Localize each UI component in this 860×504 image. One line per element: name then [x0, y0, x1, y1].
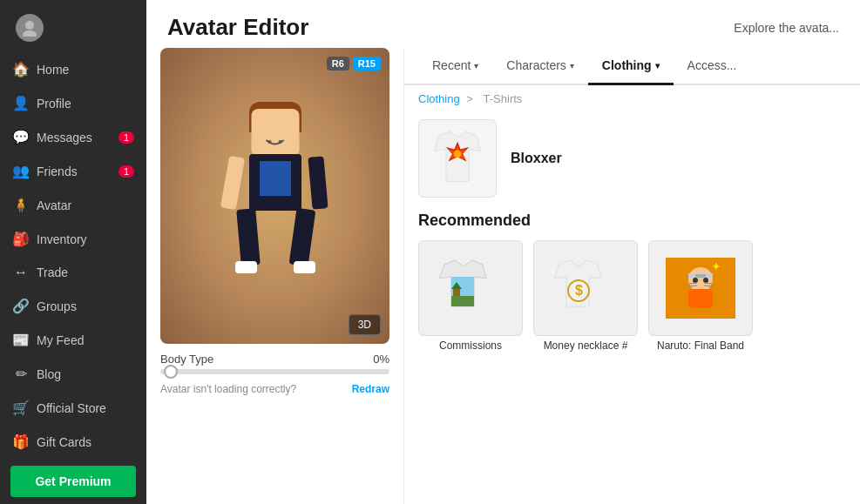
- tab-nav: Recent Characters Clothing Access...: [404, 48, 860, 85]
- body-type-label-row: Body Type 0%: [160, 353, 389, 366]
- body-type-percent: 0%: [373, 353, 389, 366]
- sidebar-item-home[interactable]: 🏠 Home: [0, 52, 146, 86]
- sidebar-item-label: Groups: [37, 299, 77, 313]
- tab-clothing[interactable]: Clothing: [588, 48, 674, 85]
- breadcrumb-separator: >: [466, 92, 473, 105]
- store-icon: 🛒: [12, 400, 30, 416]
- svg-point-3: [279, 140, 282, 144]
- avatar-torso-inner: [260, 161, 291, 196]
- sidebar-item-label: Friends: [37, 165, 78, 178]
- body-type-slider-thumb[interactable]: [164, 365, 178, 379]
- recommended-title: Recommended: [418, 212, 846, 230]
- messages-badge: 1: [119, 131, 134, 144]
- rec-item-name: Commissions: [418, 339, 523, 352]
- avatar-torso: [249, 154, 301, 211]
- avatar-right-leg: [288, 208, 315, 266]
- avatar[interactable]: [16, 14, 44, 42]
- svg-point-0: [25, 21, 34, 30]
- friends-icon: 👥: [12, 163, 30, 179]
- page-header: Avatar Editor Explore the avata...: [146, 0, 860, 48]
- breadcrumb-current: T-Shirts: [484, 92, 523, 105]
- sidebar-item-blog[interactable]: ✏ Blog: [0, 357, 146, 391]
- body-type-slider-track[interactable]: [160, 369, 389, 374]
- sidebar-user-header: [0, 0, 146, 52]
- sidebar-item-label: Trade: [37, 265, 68, 279]
- svg-rect-10: [451, 296, 474, 306]
- sidebar-item-friends[interactable]: 👥 Friends 1: [0, 154, 146, 188]
- sidebar-item-label: Messages: [37, 131, 92, 144]
- sidebar-item-messages[interactable]: 💬 Messages 1: [0, 120, 146, 154]
- rec-item-name: Naruto: Final Band: [648, 339, 753, 352]
- svg-point-21: [693, 278, 698, 283]
- list-item[interactable]: $ Money necklace #: [533, 240, 638, 352]
- sidebar-item-avatar[interactable]: 🧍 Avatar: [0, 188, 146, 222]
- recommended-section: Recommended: [418, 212, 846, 352]
- sidebar-item-trade[interactable]: ↔ Trade: [0, 256, 146, 289]
- home-icon: 🏠: [12, 61, 30, 77]
- rec-item-thumb: $: [533, 240, 638, 336]
- svg-point-22: [703, 278, 708, 283]
- avatar-panel: R6 R15: [146, 48, 403, 504]
- list-item[interactable]: Commissions: [418, 240, 523, 352]
- items-scroll: Bloxxer Recommended: [404, 112, 860, 504]
- avatar-body: [232, 109, 319, 283]
- breadcrumb-parent[interactable]: Clothing: [418, 92, 460, 105]
- sidebar-item-label: My Feed: [37, 333, 84, 347]
- svg-text:✦: ✦: [711, 259, 721, 273]
- avatar-figure: [206, 74, 345, 318]
- loading-warning: Avatar isn't loading correctly? Redraw: [160, 383, 389, 395]
- friends-badge: 1: [119, 165, 134, 178]
- sidebar-item-gift-cards[interactable]: 🎁 Gift Cards: [0, 425, 146, 459]
- sidebar-item-label: Gift Cards: [37, 435, 91, 449]
- sidebar-item-label: Blog: [37, 367, 61, 381]
- rec-item-thumb: ✦: [648, 240, 753, 336]
- badge-r6: R6: [327, 57, 349, 71]
- sidebar-item-label: Home: [37, 63, 69, 77]
- body-type-section: Body Type 0%: [160, 353, 389, 374]
- avatar-viewport: R6 R15: [160, 48, 389, 344]
- avatar-right-arm: [308, 156, 328, 209]
- get-premium-button[interactable]: Get Premium: [10, 466, 136, 497]
- tab-recent[interactable]: Recent: [418, 48, 492, 85]
- redraw-button[interactable]: Redraw: [352, 383, 389, 395]
- body-type-label: Body Type: [160, 353, 213, 366]
- 3d-button[interactable]: 3D: [349, 314, 381, 335]
- feed-icon: 📰: [12, 332, 30, 348]
- svg-rect-11: [453, 288, 460, 296]
- sidebar-item-groups[interactable]: 🔗 Groups: [0, 289, 146, 323]
- sidebar-item-label: Inventory: [37, 232, 87, 246]
- loading-warning-text: Avatar isn't loading correctly?: [160, 383, 296, 395]
- messages-icon: 💬: [12, 129, 30, 145]
- selected-item-thumb[interactable]: [418, 119, 497, 198]
- page-title: Avatar Editor: [167, 14, 308, 41]
- svg-point-7: [454, 150, 462, 158]
- badge-r15: R15: [353, 57, 381, 71]
- avatar-head: [251, 109, 299, 157]
- sidebar-item-label: Profile: [37, 97, 71, 111]
- sidebar-item-label: Official Store: [37, 401, 106, 415]
- recommended-grid: Commissions $: [418, 240, 846, 352]
- tab-characters[interactable]: Characters: [492, 48, 587, 85]
- tab-access[interactable]: Access...: [674, 48, 751, 85]
- rec-item-name: Money necklace #: [533, 339, 638, 352]
- main-content: Avatar Editor Explore the avata... R6 R1…: [146, 0, 860, 504]
- avatar-icon: 🧍: [12, 197, 30, 213]
- svg-point-1: [23, 30, 37, 37]
- list-item[interactable]: ✦ Naruto: Final Band: [648, 240, 753, 352]
- avatar-badges: R6 R15: [327, 57, 381, 71]
- avatar-left-foot: [235, 261, 257, 273]
- sidebar-item-my-feed[interactable]: 📰 My Feed: [0, 323, 146, 357]
- sidebar-item-inventory[interactable]: 🎒 Inventory: [0, 222, 146, 256]
- avatar-left-leg: [236, 208, 261, 266]
- rec-item-thumb: [418, 240, 523, 336]
- avatar-right-foot: [294, 261, 315, 273]
- explore-text: Explore the avata...: [734, 21, 839, 35]
- item-panel: Recent Characters Clothing Access... Clo…: [403, 48, 860, 504]
- sidebar-item-official-store[interactable]: 🛒 Official Store: [0, 391, 146, 425]
- svg-point-17: [688, 267, 713, 292]
- blog-icon: ✏: [12, 366, 30, 382]
- avatar-left-arm: [220, 156, 244, 210]
- sidebar-item-profile[interactable]: 👤 Profile: [0, 86, 146, 120]
- content-body: R6 R15: [146, 48, 860, 504]
- selected-item-name: Bloxxer: [511, 151, 562, 166]
